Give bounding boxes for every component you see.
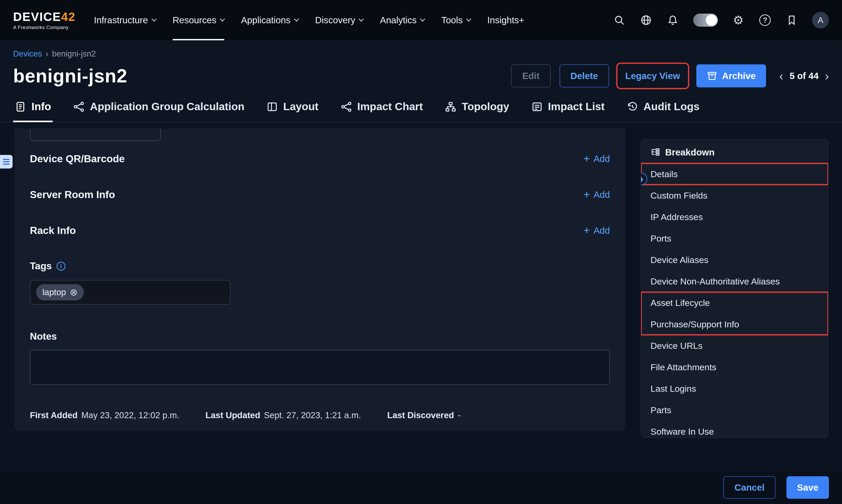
avatar[interactable]: A — [812, 12, 829, 29]
plus-icon: + — [583, 189, 590, 200]
notes-label: Notes — [30, 331, 610, 342]
nav-item-analytics[interactable]: Analytics — [380, 0, 425, 40]
logo-name: DEVICE — [13, 10, 61, 23]
section-title: Server Room Info — [30, 189, 115, 200]
delete-button[interactable]: Delete — [560, 65, 609, 87]
footer-action-bar: Cancel Save — [0, 470, 842, 504]
chevron-down-icon — [151, 17, 157, 22]
theme-toggle[interactable] — [693, 14, 718, 27]
first-added: First AddedMay 23, 2022, 12:02 p.m. — [30, 410, 179, 420]
add-rack-info-button[interactable]: +Add — [583, 225, 610, 236]
section-title: Device QR/Barcode — [30, 153, 125, 165]
tab-layout[interactable]: Layout — [265, 99, 320, 122]
archive-button[interactable]: Archive — [696, 65, 766, 87]
last-discovered: Last Discovered- — [387, 410, 461, 420]
record-pager: ‹ 5 of 44 › — [779, 70, 829, 82]
breakdown-sidebar: ❯ Breakdown Details Custom Fields IP Add… — [641, 139, 828, 438]
breadcrumb-devices-link[interactable]: Devices — [13, 49, 42, 59]
section-title: Rack Info — [30, 225, 76, 236]
cutoff-field[interactable] — [30, 128, 161, 141]
sidebar-item-asset-lifecycle[interactable]: Asset Lifecycle — [641, 292, 828, 313]
sidebar-item-details[interactable]: Details — [641, 163, 828, 185]
chevron-down-icon — [359, 17, 364, 22]
section-server-room-info: Server Room Info +Add — [30, 177, 610, 213]
bookmark-icon[interactable] — [786, 14, 798, 26]
impact-nodes-icon — [341, 101, 352, 112]
plus-icon: + — [583, 225, 590, 236]
tab-topology[interactable]: Topology — [443, 99, 511, 122]
sidebar-item-device-aliases[interactable]: Device Aliases — [641, 249, 828, 271]
navbar-right-icons: ⚙ ? A — [613, 12, 829, 29]
notes-textarea[interactable] — [30, 350, 610, 385]
nav-item-resources[interactable]: Resources — [173, 0, 224, 40]
pager-prev-icon[interactable]: ‹ — [779, 70, 783, 82]
nav-item-applications[interactable]: Applications — [241, 0, 298, 40]
save-button[interactable]: Save — [787, 476, 829, 499]
sidebar-item-ip-addresses[interactable]: IP Addresses — [641, 206, 828, 228]
tab-application-group-calculation[interactable]: Application Group Calculation — [71, 99, 246, 122]
side-panel-toggle[interactable] — [0, 155, 13, 168]
logo-text: DEVICE42 — [13, 11, 75, 23]
list-tree-icon — [651, 147, 660, 157]
record-meta: First AddedMay 23, 2022, 12:02 p.m. Last… — [30, 399, 610, 431]
search-icon[interactable] — [613, 14, 625, 26]
add-qr-barcode-button[interactable]: +Add — [583, 154, 610, 164]
globe-icon[interactable] — [640, 14, 652, 26]
sidebar-item-file-attachments[interactable]: File Attachments — [641, 356, 828, 378]
sidebar-item-device-urls[interactable]: Device URLs — [641, 335, 828, 356]
sidebar-item-custom-fields[interactable]: Custom Fields — [641, 185, 828, 206]
notes-section: Notes — [30, 318, 610, 386]
device-info-card: Device QR/Barcode +Add Server Room Info … — [15, 128, 625, 431]
info-icon[interactable]: i — [56, 262, 66, 271]
chevron-down-icon — [220, 17, 225, 22]
section-device-qr-barcode: Device QR/Barcode +Add — [30, 141, 610, 177]
nav-item-infrastructure[interactable]: Infrastructure — [94, 0, 156, 40]
sidebar-item-ports[interactable]: Ports — [641, 228, 828, 249]
tab-impact-chart[interactable]: Impact Chart — [339, 99, 425, 122]
notifications-bell-icon[interactable] — [667, 14, 679, 26]
tab-audit-logs[interactable]: Audit Logs — [625, 99, 701, 122]
menu-bars-icon — [3, 161, 10, 162]
sidebar-item-software-in-use[interactable]: Software In Use — [641, 421, 828, 438]
help-icon[interactable]: ? — [759, 14, 771, 26]
share-nodes-icon — [73, 101, 85, 112]
nav-item-insights[interactable]: Insights+ — [487, 0, 524, 40]
breadcrumb-current: benigni-jsn2 — [52, 49, 96, 59]
chevron-down-icon — [466, 17, 471, 22]
nav-item-discovery[interactable]: Discovery — [315, 0, 363, 40]
chip-remove-icon[interactable]: ⊗ — [70, 288, 78, 297]
edit-button[interactable]: Edit — [511, 65, 550, 87]
sitemap-icon — [445, 101, 457, 112]
archive-icon — [707, 71, 717, 81]
page-title: benigni-jsn2 — [13, 65, 127, 87]
header-actions: Edit Delete Legacy View Archive ‹ 5 of 4… — [511, 65, 829, 87]
sidebar-item-purchase-support-info[interactable]: Purchase/Support Info — [641, 313, 828, 335]
add-server-room-button[interactable]: +Add — [583, 189, 610, 200]
document-icon — [15, 101, 26, 112]
tags-input[interactable]: laptop ⊗ — [30, 280, 230, 305]
breadcrumb-separator: › — [46, 49, 48, 59]
tag-chip[interactable]: laptop ⊗ — [36, 284, 84, 301]
sidebar-item-device-non-authoritative-aliases[interactable]: Device Non-Authoritative Aliases — [641, 271, 828, 292]
top-navbar: DEVICE42 A Freshworks Company Infrastruc… — [0, 0, 842, 40]
tab-info[interactable]: Info — [13, 99, 53, 122]
plus-icon: + — [583, 154, 590, 164]
tab-impact-list[interactable]: Impact List — [530, 99, 606, 122]
list-icon — [531, 101, 543, 112]
logo-accent: 42 — [61, 10, 75, 23]
legacy-view-button[interactable]: Legacy View — [618, 65, 687, 87]
cancel-button[interactable]: Cancel — [723, 476, 775, 499]
settings-gear-icon[interactable]: ⚙ — [732, 14, 744, 26]
last-updated: Last UpdatedSept. 27, 2023, 1:21 a.m. — [205, 410, 361, 420]
main-content: Device QR/Barcode +Add Server Room Info … — [0, 122, 842, 438]
sidebar-item-parts[interactable]: Parts — [641, 399, 828, 421]
nav-item-tools[interactable]: Tools — [441, 0, 470, 40]
device42-logo[interactable]: DEVICE42 A Freshworks Company — [13, 11, 75, 30]
history-clock-icon — [626, 101, 638, 112]
section-rack-info: Rack Info +Add — [30, 213, 610, 249]
sidebar-item-last-logins[interactable]: Last Logins — [641, 378, 828, 399]
page-header: Devices › benigni-jsn2 benigni-jsn2 Edit… — [0, 40, 842, 122]
logo-tagline: A Freshworks Company — [13, 25, 75, 30]
pager-next-icon[interactable]: › — [825, 70, 829, 82]
chevron-down-icon — [294, 17, 299, 22]
